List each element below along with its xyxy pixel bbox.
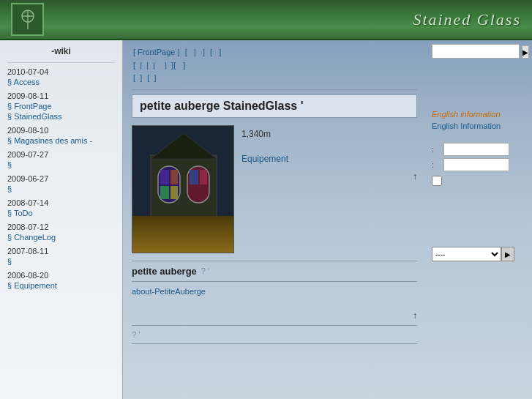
sidebar-date: 2007-08-11 (7, 247, 115, 256)
nav-link2[interactable]: [ | ] (185, 48, 205, 56)
field1-label: : (432, 145, 441, 154)
about-row: about-PetiteAuberge (132, 286, 417, 297)
field1-input[interactable] (443, 143, 509, 156)
select-go-button[interactable]: ▶ (501, 247, 514, 261)
sidebar-item-frontpage[interactable]: § FrontPage (7, 101, 115, 111)
sidebar-item-magasines[interactable]: § Magasines des amis - (7, 135, 115, 146)
section-title-row: petite auberge ? ' (132, 266, 417, 277)
sidebar-item-empty1[interactable]: § (7, 160, 115, 170)
bottom-select[interactable]: ---- (432, 247, 501, 261)
bottom-question: ? ' (132, 330, 140, 339)
svg-rect-13 (200, 170, 207, 184)
site-title: Stained Glass (413, 10, 521, 29)
sidebar-date: 2009-08-11 (7, 92, 115, 100)
svg-rect-8 (160, 170, 169, 184)
bottom-select-row: ---- ▶ (432, 247, 526, 261)
sidebar-item-empty2[interactable]: § (7, 184, 115, 194)
nav-link3[interactable]: [ ] (210, 48, 221, 56)
svg-rect-11 (171, 186, 178, 199)
svg-rect-10 (160, 186, 169, 199)
up-arrow: ↑ (241, 171, 417, 182)
sidebar-section-3: 2009-08-10 § Magasines des amis - (7, 126, 115, 146)
sidebar-date: 2009-06-27 (7, 174, 115, 183)
page-title-text: petite auberge StainedGlass ' (140, 100, 303, 112)
sidebar-item-stainedglass[interactable]: § StainedGlass (7, 111, 115, 122)
sidebar-section-9: 2006-08-20 § Equipement (7, 271, 115, 291)
svg-rect-14 (132, 232, 234, 253)
sidebar-item-empty3[interactable]: § (7, 256, 115, 266)
sidebar-section-1: 2010-07-04 § Access (7, 67, 115, 87)
bottom-question-row: ? ' (132, 330, 417, 339)
nav-link7[interactable]: [ ] (133, 73, 142, 82)
sidebar-date: 2009-07-27 (7, 150, 115, 159)
search-input[interactable] (432, 44, 520, 59)
svg-point-15 (147, 228, 220, 240)
nav-row2: [ | | | | ][ ] (132, 61, 187, 70)
svg-rect-9 (171, 170, 178, 184)
english-info-label: English information (432, 110, 526, 119)
distance-label: 1,340m (241, 129, 417, 139)
sidebar-date: 2008-07-12 (7, 223, 115, 231)
content-area: [ FrontPage ] [ | ] [ ] [ | | | | ][ ] [… (123, 40, 426, 399)
sidebar-date: 2008-07-14 (7, 198, 115, 207)
section-heading: petite auberge (132, 266, 197, 277)
field2-label: : (432, 160, 441, 169)
svg-rect-12 (190, 170, 198, 184)
equipement-link[interactable]: Equipement (241, 154, 417, 164)
main-container: -wiki 2010-07-04 § Access 2009-08-11 § F… (0, 40, 532, 399)
search-button[interactable]: ▶ (522, 45, 529, 59)
sidebar-date: 2010-07-04 (7, 67, 115, 76)
sidebar-section-4: 2009-07-27 § (7, 150, 115, 170)
field2-input[interactable] (443, 158, 509, 171)
sidebar-section-6: 2008-07-14 § ToDo (7, 198, 115, 218)
nav-row1: [ FrontPage ] [ | ] [ ] (132, 48, 222, 56)
sidebar-section-2: 2009-08-11 § FrontPage § StainedGlass (7, 92, 115, 122)
english-info-link[interactable]: English Information (432, 122, 526, 130)
nav-links: [ FrontPage ] [ | ] [ ] [ | | | | ][ ] [… (132, 46, 417, 85)
header-logo (11, 3, 44, 36)
right-panel: ▶ English information English Informatio… (426, 40, 532, 399)
about-link[interactable]: about-PetiteAuberge (132, 287, 206, 296)
sidebar-item-changelog[interactable]: § ChangeLog (7, 232, 115, 242)
nav-link5[interactable]: | ][ (160, 61, 176, 70)
image-row: 1,340m Equipement ↑ (132, 125, 417, 253)
place-image (132, 125, 234, 253)
right-field-row-1: : (432, 143, 526, 156)
nav-link6[interactable]: ] (181, 61, 185, 70)
right-field-row-2: : (432, 158, 526, 171)
image-info: 1,340m Equipement ↑ (241, 125, 417, 182)
sidebar-date: 2006-08-20 (7, 271, 115, 280)
sidebar-item-equipement[interactable]: § Equipement (7, 280, 115, 291)
sidebar-item-todo[interactable]: § ToDo (7, 208, 115, 218)
nav-link4[interactable]: [ | | | (133, 61, 155, 70)
sidebar: -wiki 2010-07-04 § Access 2009-08-11 § F… (0, 40, 123, 399)
sidebar-date: 2009-08-10 (7, 126, 115, 135)
sidebar-section-7: 2008-07-12 § ChangeLog (7, 223, 115, 242)
nav-row3: [ ] [ ] (132, 73, 158, 82)
sidebar-section-8: 2007-08-11 § (7, 247, 115, 266)
sidebar-section-5: 2009-06-27 § (7, 174, 115, 194)
nav-link8[interactable]: [ ] (147, 73, 156, 82)
bottom-up-arrow: ↑ (132, 310, 417, 321)
sidebar-item-access[interactable]: § Access (7, 77, 115, 87)
right-checkbox[interactable] (432, 176, 442, 186)
sidebar-title: -wiki (7, 46, 115, 56)
page-title: petite auberge StainedGlass ' (132, 94, 417, 118)
header: Stained Glass (0, 0, 532, 40)
nav-frontpage[interactable]: [ FrontPage ] (133, 48, 180, 56)
section-question: ? ' (201, 266, 209, 275)
